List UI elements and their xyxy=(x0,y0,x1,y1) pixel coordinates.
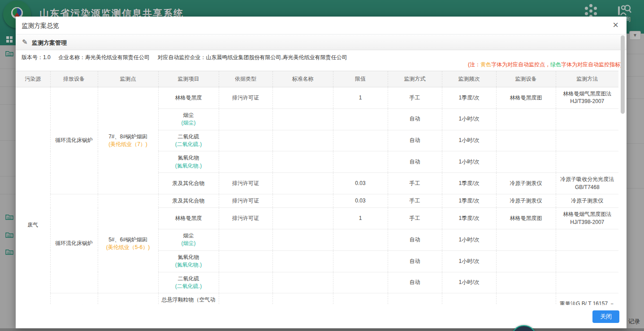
cell-monitor-device: 林格曼黑度图 xyxy=(496,208,556,229)
cell-device: 循环流化床锅炉 xyxy=(50,87,98,194)
section-title: 监测方案管理 xyxy=(32,39,67,47)
cell-frequency: 1小时/次 xyxy=(442,250,496,272)
cell-mode: 手工 xyxy=(388,293,442,305)
cell-project: 氮氧化物(氮氧化物.) xyxy=(158,151,219,173)
cell-method: 冷原子测汞仪 xyxy=(556,194,618,207)
company-value: 寿光美伦纸业有限责任公司 xyxy=(85,54,150,60)
close-button[interactable]: 关闭 xyxy=(592,310,619,323)
cell-method: 林格曼烟气黑度图法HJ/T398-2007 xyxy=(556,87,618,109)
cell-method: 林格曼烟气黑度图法HJ/T398-2007 xyxy=(556,208,618,229)
cell-method xyxy=(556,130,618,151)
screen: 山东省污染源监测信息共享系统 询 xyxy=(0,0,644,331)
cell-standard xyxy=(272,229,333,251)
table-row: 循环流化床锅炉5#、6#锅炉烟囱(美伦纸业（5-6）)汞及其化合物排污许可证0.… xyxy=(16,194,618,207)
plan-table-body: 废气循环流化床锅炉7#、8#锅炉烟囱(美伦纸业（7）)林格曼黑度排污许可证1手工… xyxy=(16,87,618,305)
cell-project-sub: (烟尘) xyxy=(160,240,217,247)
cell-point-sub: (美伦纸业（5-6）) xyxy=(100,244,156,251)
monitoring-plan-table: 污染源排放设备监测点监测项目依据类型标准名称限值监测方式监测频次监测设备监测方法… xyxy=(16,71,618,305)
cell-mode: 手工 xyxy=(388,87,442,109)
column-header: 监测设备 xyxy=(496,71,556,87)
column-header: 依据类型 xyxy=(219,71,272,87)
cell-project-sub: (氮氧化物.) xyxy=(160,162,217,170)
cell-standard xyxy=(272,151,333,173)
plan-table-container[interactable]: 污染源排放设备监测点监测项目依据类型标准名称限值监测方式监测频次监测设备监测方法… xyxy=(16,71,619,305)
yellow-legend: 黄色 xyxy=(480,61,491,68)
cell-frequency: 1季度/次 xyxy=(442,293,496,305)
cell-basis: 排污许可证 xyxy=(219,208,272,229)
cell-basis: 排污许可证 xyxy=(219,173,272,194)
cell-standard xyxy=(272,87,333,109)
auto-company-label: 对应自动监控企业： xyxy=(157,54,206,60)
cell-point: 5#、6#锅炉烟囱(美伦纸业（5-6）) xyxy=(98,194,158,293)
cell-standard xyxy=(272,208,333,229)
cell-project: 林格曼黑度 xyxy=(158,87,219,109)
cell-limit: 0.03 xyxy=(333,173,388,194)
cell-project: 氮氧化物(氮氧化物.) xyxy=(158,250,219,272)
cell-monitor-device xyxy=(496,250,556,272)
cell-monitor-device xyxy=(496,272,556,293)
cell-monitor-device xyxy=(496,108,556,130)
cell-mode: 自动 xyxy=(388,130,442,151)
cell-project-sub: (二氧化硫.) xyxy=(160,283,217,290)
cell-project: 烟尘(烟尘) xyxy=(158,108,219,130)
column-header: 监测点 xyxy=(98,71,158,87)
cell-basis xyxy=(219,250,272,272)
company-label: 企业名称： xyxy=(58,54,85,60)
cell-limit xyxy=(333,272,388,293)
column-header: 污染源 xyxy=(16,71,50,87)
cell-pollution-source: 废气 xyxy=(16,87,50,305)
cell-basis xyxy=(219,130,272,151)
cell-standard xyxy=(272,250,333,272)
cell-mode: 手工 xyxy=(388,173,442,194)
cell-device: 石灰石粉磨站 xyxy=(50,293,98,305)
green-legend: 绿色 xyxy=(550,61,561,68)
cell-mode: 手工 xyxy=(388,208,442,229)
column-header: 排放设备 xyxy=(50,71,98,87)
cell-mode: 自动 xyxy=(388,250,442,272)
cell-basis: 排污许可证 xyxy=(219,87,272,109)
section-header: ✎ 监测方案管理 xyxy=(16,34,627,50)
table-scrollbar-thumb[interactable] xyxy=(621,35,625,114)
column-header: 监测项目 xyxy=(158,71,219,87)
cell-method xyxy=(556,151,618,173)
cell-frequency: 1季度/次 xyxy=(442,208,496,229)
legend-note: (注：黄色字体为对应自动监控点，绿色字体为对应自动监控指标) xyxy=(468,61,622,69)
cell-frequency: 1季度/次 xyxy=(442,173,496,194)
cell-point: 7#、8#锅炉烟囱(美伦纸业（7）) xyxy=(98,87,158,194)
cell-frequency: 1小时/次 xyxy=(442,130,496,151)
cell-project: 汞及其化合物 xyxy=(158,194,219,207)
cell-frequency: 1小时/次 xyxy=(442,108,496,130)
close-icon[interactable]: × xyxy=(613,20,618,30)
cell-monitor-device: 粉尘检测仪 xyxy=(496,293,556,305)
cell-project: 总悬浮颗粒物（空气动力学当量直径100μm以下） xyxy=(158,293,219,305)
cell-mode: 自动 xyxy=(388,108,442,130)
table-row: 石灰石粉磨站石灰石粉磨站总悬浮颗粒物（空气动力学当量直径100μm以下）排污许可… xyxy=(16,293,618,305)
cell-method: 冷原子吸收分光光度法GB/T7468 xyxy=(556,173,618,194)
cell-limit: 30 xyxy=(333,293,388,305)
cell-monitor-device xyxy=(496,229,556,251)
cell-standard xyxy=(272,108,333,130)
cell-project: 林格曼黑度 xyxy=(158,208,219,229)
cell-limit: 0.03 xyxy=(333,194,388,207)
cell-mode: 手工 xyxy=(388,194,442,207)
cell-project-sub: (烟尘) xyxy=(160,119,217,127)
cell-limit xyxy=(333,250,388,272)
monitoring-plan-modal: 监测方案总览 × ✎ 监测方案管理 版本号：1.0 企业名称：寿光美伦纸业有限责… xyxy=(16,17,627,328)
cell-method xyxy=(556,250,618,272)
modal-titlebar: 监测方案总览 × xyxy=(16,17,627,34)
cell-frequency: 1小时/次 xyxy=(442,151,496,173)
cell-monitor-device xyxy=(496,130,556,151)
cell-project: 二氧化硫(二氧化硫.) xyxy=(158,272,219,293)
modal-footer: 关闭 xyxy=(16,305,627,328)
cell-method xyxy=(556,229,618,251)
cell-method xyxy=(556,272,618,293)
auto-company-value: 山东晨鸣纸业集团股份有限公司,寿光美伦纸业有限责任公司 xyxy=(206,54,347,60)
cell-point: 石灰石粉磨站 xyxy=(98,293,158,305)
cell-project: 烟尘(烟尘) xyxy=(158,229,219,251)
cell-monitor-device: 冷原子测汞仪 xyxy=(496,194,556,207)
table-row: 废气循环流化床锅炉7#、8#锅炉烟囱(美伦纸业（7）)林格曼黑度排污许可证1手工… xyxy=(16,87,618,109)
cell-frequency: 1小时/次 xyxy=(442,272,496,293)
cell-limit xyxy=(333,130,388,151)
cell-frequency: 1小时/次 xyxy=(442,229,496,251)
cell-mode: 自动 xyxy=(388,151,442,173)
